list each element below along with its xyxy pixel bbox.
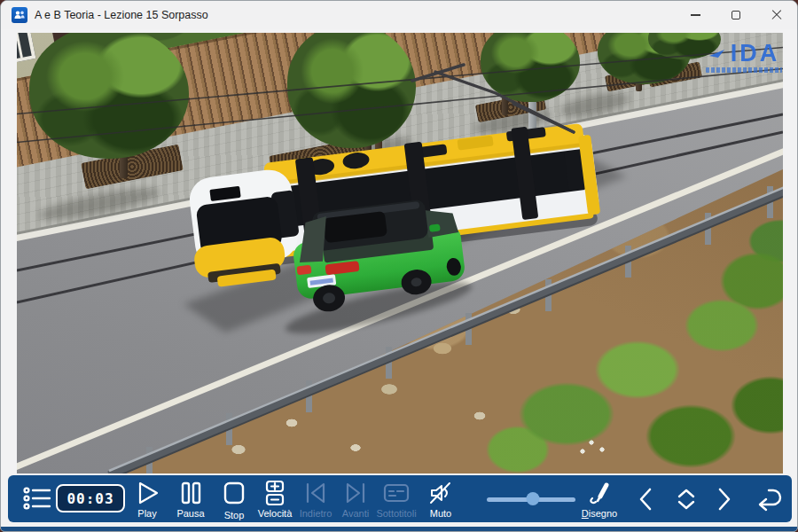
mute-icon (429, 480, 452, 506)
mute-button[interactable]: Muto (412, 480, 469, 519)
timer-value: 00:03 (66, 490, 113, 507)
ida-logo-text: IDA (731, 42, 780, 66)
chapter-list-icon (23, 485, 53, 512)
ida-logo-tagline (706, 67, 782, 73)
maximize-button[interactable] (716, 1, 756, 29)
app-users-icon (12, 7, 27, 23)
volume-slider-thumb[interactable] (527, 492, 540, 505)
pen-icon (586, 480, 613, 506)
minimize-icon (691, 14, 700, 15)
scene-overlay (17, 33, 783, 473)
video-viewport[interactable]: IDA (17, 33, 783, 473)
player-toolbar: 00:03 Play Pausa Stop Velocità (8, 475, 792, 522)
window-title: A e B Teoria - Lezione 15 Sorpasso (35, 9, 208, 21)
minimize-button[interactable] (675, 1, 716, 29)
ida-logo-mark (708, 49, 728, 59)
timer-display: 00:03 (56, 484, 125, 512)
page-previous-button[interactable] (628, 486, 663, 512)
ida-watermark: IDA (701, 42, 783, 73)
close-button[interactable] (756, 1, 797, 29)
overhead-wires (17, 47, 783, 143)
page-next-button[interactable] (707, 486, 742, 512)
unfold-vertical-icon (675, 486, 698, 512)
expand-button[interactable] (669, 486, 704, 512)
window-bottom-edge (1, 527, 797, 532)
return-arrow-icon (754, 486, 782, 512)
play-icon (134, 480, 160, 506)
close-icon (771, 10, 782, 20)
app-window: A e B Teoria - Lezione 15 Sorpasso (0, 0, 798, 532)
skip-back-icon (302, 480, 329, 506)
return-button[interactable] (750, 486, 786, 512)
stop-icon (222, 480, 246, 506)
tram-pantograph (412, 65, 574, 132)
skip-forward-icon (342, 480, 369, 506)
subtitles-icon (383, 480, 410, 506)
chapter-list-button[interactable] (20, 485, 56, 513)
titlebar: A e B Teoria - Lezione 15 Sorpasso (1, 1, 797, 29)
pause-icon (178, 480, 203, 506)
chevron-right-icon (717, 486, 732, 512)
speed-plus-minus-icon (262, 480, 287, 506)
volume-slider[interactable] (487, 492, 575, 506)
maximize-icon (732, 11, 740, 20)
draw-button[interactable]: Disegno (571, 480, 628, 519)
window-controls (675, 1, 797, 29)
chevron-left-icon (638, 486, 653, 512)
